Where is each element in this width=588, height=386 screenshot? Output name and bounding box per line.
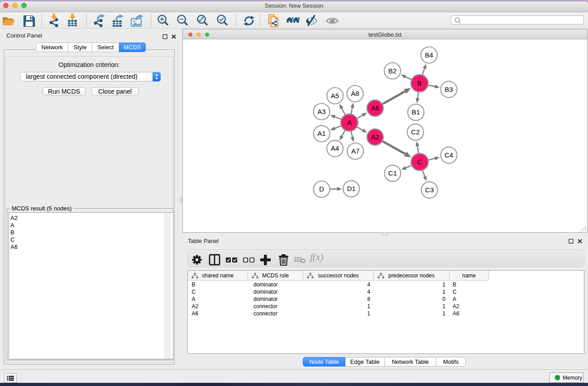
svg-text:A8: A8 (351, 90, 359, 97)
svg-text:A2: A2 (371, 133, 379, 141)
svg-text:B1: B1 (412, 108, 420, 116)
svg-text:C: C (417, 158, 422, 166)
svg-text:B4: B4 (425, 51, 433, 59)
svg-text:A4: A4 (331, 144, 339, 152)
svg-text:C4: C4 (445, 151, 453, 159)
svg-text:A: A (347, 119, 352, 126)
svg-text:D1: D1 (347, 185, 355, 192)
svg-text:C3: C3 (425, 186, 434, 194)
svg-text:B2: B2 (388, 67, 397, 75)
svg-text:A6: A6 (371, 104, 379, 112)
svg-text:B3: B3 (445, 86, 453, 93)
svg-text:B: B (417, 79, 422, 87)
svg-text:C2: C2 (411, 128, 420, 136)
svg-text:D: D (319, 185, 324, 193)
svg-text:A7: A7 (351, 147, 359, 155)
svg-text:A1: A1 (317, 129, 325, 137)
svg-text:A3: A3 (317, 108, 325, 115)
svg-text:A5: A5 (331, 92, 339, 100)
svg-text:C1: C1 (388, 169, 397, 177)
